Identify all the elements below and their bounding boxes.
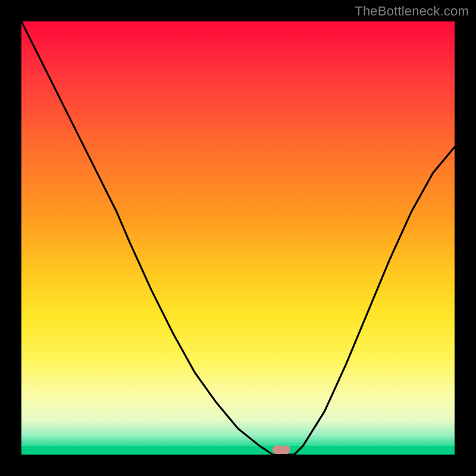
plot-area: [21, 21, 455, 455]
watermark-text: TheBottleneck.com: [355, 4, 469, 19]
bottleneck-curve: [21, 21, 455, 455]
optimal-point-marker: [273, 446, 290, 454]
chart-frame: TheBottleneck.com: [0, 0, 476, 476]
